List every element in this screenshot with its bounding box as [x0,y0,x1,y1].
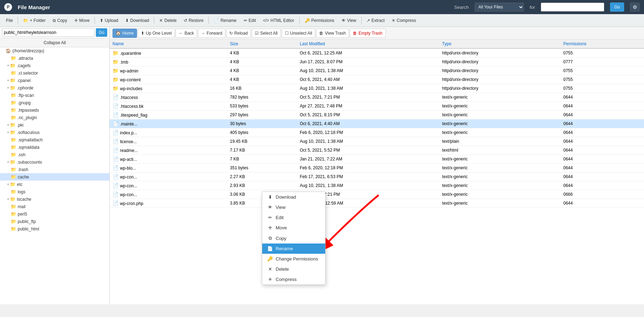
sidebar-item[interactable]: 📁public_ftp [0,218,109,225]
view-trash-button[interactable]: 🗑 View Trash [316,29,349,38]
restore-button[interactable]: ↺ Restore [180,16,207,25]
table-row[interactable]: 📄index.p...405 bytesFeb 6, 2020, 12:18 P… [110,128,644,137]
table-row[interactable]: 📁.quarantine4 KBOct 6, 2021, 12:25 AMhtt… [110,48,644,58]
table-row[interactable]: 📄wp-blo...351 bytesFeb 6, 2020, 12:18 PM… [110,164,644,172]
table-row[interactable]: 📁wp-includes16 KBAug 10, 2021, 1:38 AMht… [110,84,644,93]
home-button[interactable]: 🏠 Home [113,29,137,38]
sidebar-item[interactable]: 📁.ssh [0,151,109,158]
select-all-button[interactable]: ☑ Select All [252,29,281,38]
edit-button[interactable]: ✏ Edit [241,16,259,25]
context-menu-item-edit[interactable]: ✏Edit [262,212,325,223]
search-scope-select[interactable]: All Your Files [475,2,524,12]
sidebar-item[interactable]: 📁.sqmaildata [0,143,109,151]
expand-arrow-icon[interactable]: + [7,78,9,82]
sidebar-item[interactable]: +📁etc [0,181,109,188]
table-row[interactable]: 📄license...19.45 KBAug 10, 2021, 1:38 AM… [110,137,644,146]
upload-button[interactable]: ⬆ Upload [97,16,121,25]
context-menu-item-download[interactable]: ⬇Download [262,192,325,202]
context-menu-item-move[interactable]: ✛Move [262,223,325,233]
col-size[interactable]: Size [227,40,297,48]
sidebar-item[interactable]: +📁.pki [0,121,109,129]
search-input[interactable] [541,2,604,12]
context-menu-item-change-permissions[interactable]: 🔑Change Permissions [262,254,325,264]
rename-toolbar-button[interactable]: 📄 Rename [211,16,240,25]
sidebar-item[interactable]: +📁.cphorde [0,84,109,92]
download-toolbar-button[interactable]: ⬇ Download [122,16,152,25]
file-list-scroll[interactable]: Name Size Last Modified Type Permissions… [110,40,644,304]
reload-button[interactable]: ↻ Reload [226,29,251,38]
sidebar-item[interactable]: +📁.cpanel [0,77,109,84]
doc-icon: 📄 [113,94,119,100]
back-button[interactable]: ← Back [176,29,197,38]
sidebar-item[interactable]: 📁logs [0,188,109,195]
extract-button[interactable]: ↗ Extract [363,16,388,25]
path-go-button[interactable]: Go [96,28,107,37]
file-type: text/x-generic [439,119,560,128]
table-row[interactable]: 📁wp-admin4 KBAug 10, 2021, 1:38 AMhttpd/… [110,66,644,75]
sidebar-item[interactable]: 📁public_html [0,225,109,233]
expand-arrow-icon[interactable]: + [7,130,9,134]
table-row[interactable]: 📁wp-content4 KBOct 6, 2021, 4:40 AMhttpd… [110,75,644,84]
expand-arrow-icon[interactable]: + [7,182,9,186]
expand-arrow-icon[interactable]: + [7,64,9,67]
col-type[interactable]: Type [439,40,560,48]
sidebar-item[interactable]: +📁lscache [0,195,109,203]
view-button[interactable]: 👁 View [338,16,360,25]
permissions-button[interactable]: 🔑 Permissions [301,16,338,25]
sidebar-item[interactable]: +📁.subaccounts [0,158,109,166]
move-toolbar-button[interactable]: ✛ Move [71,16,93,25]
sidebar-item[interactable]: 📁cache [0,173,109,181]
copy-toolbar-button[interactable]: ⧉ Copy [50,16,70,25]
col-permissions[interactable]: Permissions [560,40,644,48]
path-input[interactable] [2,28,94,37]
table-row[interactable]: 📄readme...7.17 KBOct 5, 2021, 5:52 PMtex… [110,146,644,155]
table-row[interactable]: 📄wp-con...2.93 KBAug 10, 2021, 1:38 AMte… [110,181,644,190]
col-name[interactable]: Name [110,40,227,48]
table-row[interactable]: 📄wp-cron.php3.85 KBJul 31, 2020, 12:59 A… [110,199,644,208]
sidebar-item[interactable]: +📁.cagefs [0,62,109,69]
file-button[interactable]: File [3,16,16,25]
sidebar-item[interactable]: 📁.ftp-scan [0,92,109,99]
context-menu-item-delete[interactable]: ✕Delete [262,264,325,274]
sidebar-item[interactable]: +📁.softaculous [0,129,109,136]
search-go-button[interactable]: Go [610,2,624,12]
forward-button[interactable]: → Forward [198,29,225,38]
sidebar-item[interactable]: 📁.gnupg [0,99,109,106]
empty-trash-button[interactable]: 🗑 Empty Trash [350,29,385,38]
table-row[interactable]: 📄wp-acti...7 KBJan 21, 2021, 7:22 AMtext… [110,155,644,164]
file-modified: Aug 10, 2021, 1:38 AM [297,66,439,75]
sidebar-item[interactable]: 📁.trash [0,166,109,173]
table-row[interactable]: 📄wp-con...3.06 KBOct 5, 2021, 7:21 PMtex… [110,190,644,199]
sidebar-item[interactable]: 📁.attracta [0,54,109,62]
expand-arrow-icon[interactable]: + [7,160,9,164]
table-row[interactable]: 📄.mainte...30 bytesOct 6, 2021, 4:40 AMt… [110,119,644,128]
sidebar-item[interactable]: 📁.cl.selector [0,69,109,77]
up-one-level-button[interactable]: ⬆ Up One Level [138,29,175,38]
table-row[interactable]: 📄.litespeed_flag297 bytesOct 5, 2021, 8:… [110,111,644,119]
context-menu-item-compress[interactable]: ✳Compress [262,274,325,284]
expand-arrow-icon[interactable]: + [7,86,9,90]
context-menu-item-view[interactable]: 👁View [262,202,325,212]
context-menu-item-copy[interactable]: ⧉Copy [262,233,325,243]
table-row[interactable]: 📄.htaccess.bk533 bytesApr 27, 2021, 7:48… [110,102,644,111]
folder-button[interactable]: 📁 + Folder [20,16,48,25]
expand-arrow-icon[interactable]: + [7,123,9,127]
unselect-all-button[interactable]: ☐ Unselect All [282,29,316,38]
html-editor-button[interactable]: </> HTML Editor [260,16,297,25]
settings-gear-button[interactable]: ⚙ [630,2,640,12]
delete-button[interactable]: ✕ Delete [156,16,180,25]
compress-button[interactable]: ✳ Compress [389,16,419,25]
table-row[interactable]: 📄.htaccess782 bytesOct 5, 2021, 7:21 PMt… [110,93,644,102]
col-modified[interactable]: Last Modified [297,40,439,48]
expand-arrow-icon[interactable]: + [7,197,9,201]
context-menu-item-rename[interactable]: 📄Rename [262,243,325,254]
collapse-all-button[interactable]: Collapse All [0,39,109,47]
table-row[interactable]: 📄wp-con...2.27 KBFeb 17, 2021, 6:53 PMte… [110,172,644,181]
sidebar-item[interactable]: 📁mail [0,203,109,210]
sidebar-item[interactable]: 📁.sqmailattach [0,136,109,143]
sidebar-item[interactable]: 🏠(/home/direzzqu) [0,47,109,54]
sidebar-item[interactable]: 📁perl5 [0,210,109,218]
sidebar-item[interactable]: 📁.htpasswds [0,106,109,114]
table-row[interactable]: 📁.tmb4 KBJun 17, 2021, 8:07 PMhttpd/unix… [110,58,644,66]
sidebar-item[interactable]: 📁.nc_plugin [0,114,109,121]
